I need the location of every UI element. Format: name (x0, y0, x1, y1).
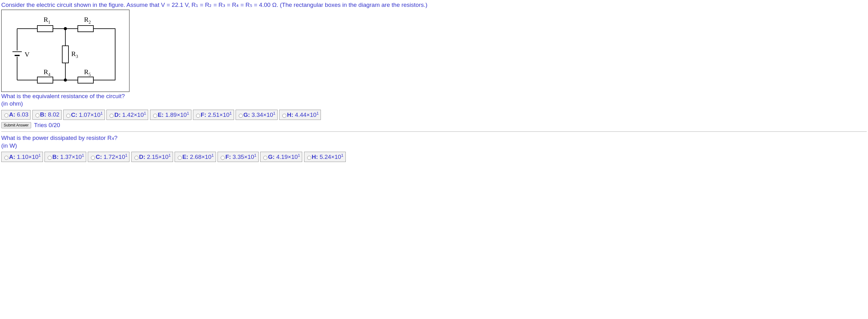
choice-value: 2.68×10 (190, 153, 211, 160)
svg-text:V: V (25, 51, 30, 58)
choice-letter: G: (243, 112, 251, 118)
choice-value: 4.44×10 (295, 112, 316, 118)
choice-exponent: 1 (82, 153, 84, 157)
choice-radio-b[interactable] (48, 156, 52, 160)
choice-radio-c[interactable] (91, 156, 95, 160)
svg-rect-8 (78, 77, 93, 83)
choice-h[interactable]: H: 4.44×101 (279, 110, 321, 120)
choice-a[interactable]: A: 1.10×101 (1, 152, 43, 162)
choice-value: 3.35×10 (232, 153, 254, 160)
choice-radio-f[interactable] (196, 114, 200, 118)
choice-value: 1.37×10 (60, 153, 82, 160)
q2-text-line2: (in W) (1, 142, 867, 150)
svg-rect-5 (78, 26, 93, 32)
choice-a[interactable]: A: 6.03 (1, 110, 31, 120)
q2-choices: A: 1.10×101 B: 1.37×101 C: 1.72×101 D: 2… (1, 152, 867, 162)
choice-radio-a[interactable] (4, 156, 8, 160)
choice-letter: G: (268, 153, 276, 160)
choice-c[interactable]: C: 1.72×101 (88, 152, 129, 162)
choice-f[interactable]: F: 3.35×101 (218, 152, 259, 162)
q2-text-line1: What is the power dissipated by resistor… (1, 134, 867, 142)
choice-letter: A: (9, 153, 17, 160)
svg-text:R5: R5 (84, 68, 91, 77)
submit-answer-button[interactable]: Submit Answer (1, 122, 31, 128)
choice-exponent: 1 (298, 153, 300, 157)
tries-counter: Tries 0/20 (34, 122, 60, 128)
choice-letter: D: (139, 153, 147, 160)
choice-letter: C: (71, 112, 79, 118)
choice-exponent: 1 (125, 153, 127, 157)
choice-value: 4.19×10 (276, 153, 298, 160)
choice-letter: F: (225, 153, 232, 160)
choice-radio-b[interactable] (35, 113, 39, 117)
choice-letter: E: (158, 112, 165, 118)
choice-value: 8.02 (48, 111, 59, 118)
choice-exponent: 1 (211, 153, 214, 157)
svg-text:R4: R4 (43, 68, 51, 77)
choice-value: 5.24×10 (320, 153, 341, 160)
choice-radio-d[interactable] (134, 156, 138, 160)
q1-choices: A: 6.03 B: 8.02 C: 1.07×101 D: 1.42×101 … (1, 110, 867, 120)
choice-g[interactable]: G: 3.34×101 (236, 110, 278, 120)
svg-text:R3: R3 (71, 50, 78, 59)
choice-radio-c[interactable] (66, 114, 70, 118)
choice-f[interactable]: F: 2.51×101 (193, 110, 234, 120)
svg-point-2 (64, 27, 67, 30)
circuit-diagram: R1 R2 R3 R4 R5 V (1, 10, 129, 92)
choice-radio-e[interactable] (178, 156, 182, 160)
choice-value: 2.51×10 (208, 112, 229, 118)
choice-b[interactable]: B: 8.02 (32, 110, 62, 120)
svg-rect-7 (37, 77, 53, 83)
choice-exponent: 1 (273, 111, 275, 116)
choice-radio-g[interactable] (263, 156, 267, 160)
choice-g[interactable]: G: 4.19×101 (260, 152, 302, 162)
choice-letter: C: (96, 153, 103, 160)
choice-value: 1.72×10 (104, 153, 125, 160)
choice-letter: H: (312, 153, 320, 160)
svg-rect-6 (62, 46, 68, 63)
choice-letter: E: (182, 153, 190, 160)
choice-letter: B: (40, 111, 48, 118)
choice-value: 1.10×10 (17, 153, 38, 160)
choice-radio-a[interactable] (4, 113, 8, 117)
choice-letter: D: (114, 112, 122, 118)
choice-exponent: 1 (168, 153, 170, 157)
choice-exponent: 1 (341, 153, 343, 157)
choice-value: 1.07×10 (79, 112, 100, 118)
choice-letter: H: (287, 112, 295, 118)
svg-text:R1: R1 (43, 16, 51, 25)
choice-value: 1.42×10 (122, 112, 144, 118)
choice-letter: A: (9, 111, 17, 118)
svg-point-3 (64, 79, 67, 82)
choice-radio-f[interactable] (221, 156, 225, 160)
choice-exponent: 1 (144, 111, 146, 116)
choice-e[interactable]: E: 1.89×101 (150, 110, 191, 120)
choice-exponent: 1 (39, 153, 41, 157)
choice-radio-h[interactable] (282, 114, 286, 118)
choice-radio-e[interactable] (153, 114, 157, 118)
choice-value: 1.89×10 (165, 112, 187, 118)
choice-exponent: 1 (229, 111, 231, 116)
choice-h[interactable]: H: 5.24×101 (304, 152, 346, 162)
choice-d[interactable]: D: 2.15×101 (131, 152, 173, 162)
choice-exponent: 1 (254, 153, 256, 157)
choice-letter: B: (52, 153, 60, 160)
choice-exponent: 1 (316, 111, 319, 116)
choice-radio-g[interactable] (239, 114, 243, 118)
problem-statement: Consider the electric circuit shown in t… (1, 1, 867, 9)
choice-value: 6.03 (17, 111, 28, 118)
q1-text-line1: What is the equivalent resistance of the… (1, 92, 867, 100)
choice-e[interactable]: E: 2.68×101 (175, 152, 216, 162)
choice-value: 2.15×10 (147, 153, 168, 160)
choice-b[interactable]: B: 1.37×101 (44, 152, 86, 162)
choice-d[interactable]: D: 1.42×101 (106, 110, 148, 120)
svg-rect-4 (37, 26, 53, 32)
choice-c[interactable]: C: 1.07×101 (63, 110, 105, 120)
choice-exponent: 1 (187, 111, 189, 116)
choice-radio-d[interactable] (110, 114, 114, 118)
choice-radio-h[interactable] (307, 156, 311, 160)
choice-value: 3.34×10 (251, 112, 273, 118)
choice-exponent: 1 (100, 111, 103, 116)
choice-letter: F: (201, 112, 208, 118)
divider (1, 132, 867, 132)
